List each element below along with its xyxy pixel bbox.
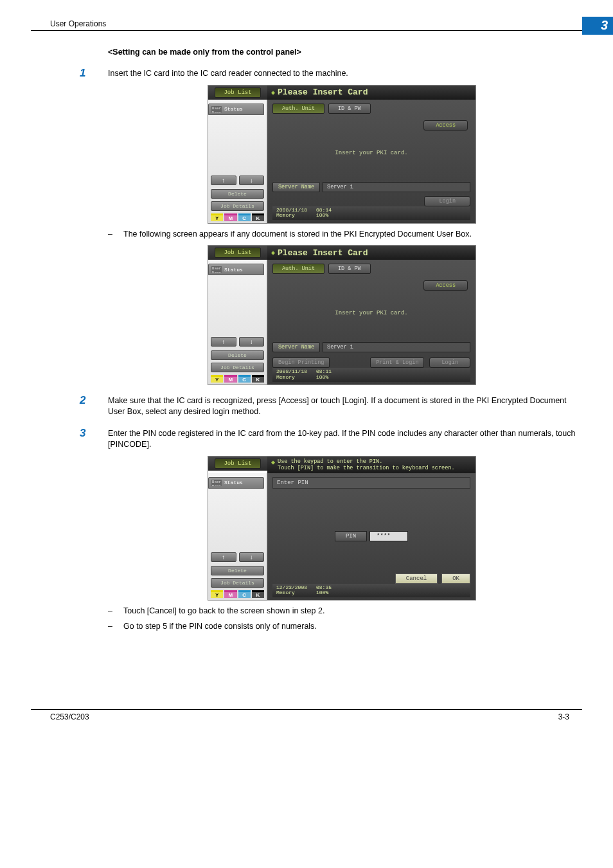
access-button[interactable]: Access [423,120,468,131]
server-name-value[interactable]: Server 1 [323,182,470,192]
delete-button[interactable]: Delete [211,189,264,199]
instruction-message: Insert your PKI card. [272,150,470,156]
username-mini: User Name [211,480,222,486]
step-text: Insert the IC card into the IC card read… [108,69,348,78]
step-3: 3 Enter the PIN code registered in the I… [108,428,576,451]
instruction-icon: ◆ [271,89,275,96]
enter-pin-panel-label: Enter PIN [272,477,470,489]
toner-indicators: Y M C K [211,375,264,383]
server-name-label: Server Name [272,342,320,352]
tab-auth-unit[interactable]: Auth. Unit [272,264,324,274]
step-number: 3 [80,427,85,440]
print-and-login-button[interactable]: Print & Login [370,357,424,368]
scroll-down-button[interactable]: ↓ [239,176,265,185]
login-button[interactable]: Login [424,196,470,206]
scroll-down-button[interactable]: ↓ [239,337,265,347]
page-footer: C253/C203 3-3 [31,709,582,721]
scroll-up-button[interactable]: ↑ [211,552,236,562]
page-header: User Operations 3 [31,19,582,31]
job-details-button[interactable]: Job Details [211,578,264,588]
device-screenshot-1: Job List ◆ Please Insert Card User Name … [208,85,476,224]
instruction-bar: ◆ Please Insert Card [267,246,475,260]
section-title: User Operations [31,19,106,28]
tab-auth-unit[interactable]: Auth. Unit [272,104,324,114]
delete-button[interactable]: Delete [211,350,264,360]
job-details-button[interactable]: Job Details [211,201,264,211]
step-text: Make sure that the IC card is recognized… [108,396,567,417]
device-screenshot-2: Job List ◆ Please Insert Card User Name … [208,245,476,385]
scroll-down-button[interactable]: ↓ [239,552,265,562]
status-tab[interactable]: User Name Status [208,477,264,489]
instruction-icon: ◆ [271,458,275,466]
cancel-button[interactable]: Cancel [395,574,438,584]
step-text: Enter the PIN code registered in the IC … [108,429,575,449]
job-list-button[interactable]: Job List [215,458,261,469]
login-button[interactable]: Login [429,357,470,368]
status-footer: 2008/11/18Memory 08:11100% [272,368,470,382]
delete-button[interactable]: Delete [211,566,264,575]
footer-model: C253/C203 [50,712,89,721]
job-list-button[interactable]: Job List [215,87,261,98]
pin-input[interactable]: **** [369,531,408,541]
step-number: 1 [80,67,85,80]
footer-page-number: 3-3 [558,712,569,721]
step-3-bullet-1: – Touch [Cancel] to go back to the scree… [108,606,576,617]
scroll-up-button[interactable]: ↑ [211,337,236,347]
step-3-bullet-2: – Go to step 5 if the PIN code consists … [108,621,576,633]
status-footer: 12/23/2008Memory 08:35100% [272,584,470,598]
step-1: 1 Insert the IC card into the IC card re… [108,68,576,80]
status-tab[interactable]: User Name Status [208,104,264,115]
step-1-bullet: – The following screen appears if any do… [108,229,576,240]
status-footer: 2008/11/18Memory 08:14100% [272,206,470,221]
instruction-icon: ◆ [271,249,275,257]
toner-indicators: Y M C K [211,213,264,221]
pin-button[interactable]: PIN [335,531,367,541]
job-list-button[interactable]: Job List [215,248,261,258]
instruction-message: Insert your PKI card. [272,310,470,316]
scroll-up-button[interactable]: ↑ [211,176,236,185]
instruction-bar: ◆ Please Insert Card [267,86,475,100]
step-number: 2 [80,394,85,407]
tab-id-pw[interactable]: ID & PW [328,104,371,114]
job-details-button[interactable]: Job Details [211,363,264,372]
access-button[interactable]: Access [423,280,468,291]
instruction-bar: ◆ Use the keypad to enter the PIN. Touch… [267,457,475,473]
tab-id-pw[interactable]: ID & PW [328,264,371,274]
status-tab[interactable]: User Name Status [208,264,264,275]
step-2: 2 Make sure that the IC card is recogniz… [108,395,576,418]
toner-indicators: Y M C K [211,590,264,598]
server-name-label: Server Name [272,182,320,192]
subheading: <Setting can be made only from the contr… [108,48,576,57]
ok-button[interactable]: OK [441,574,470,584]
device-screenshot-3: Job List ◆ Use the keypad to enter the P… [208,456,476,601]
begin-printing-button[interactable]: Begin Printing [272,357,330,368]
username-mini: User Name [211,106,222,113]
chapter-badge: 3 [582,17,613,35]
username-mini: User Name [211,266,222,273]
server-name-value[interactable]: Server 1 [323,342,470,352]
